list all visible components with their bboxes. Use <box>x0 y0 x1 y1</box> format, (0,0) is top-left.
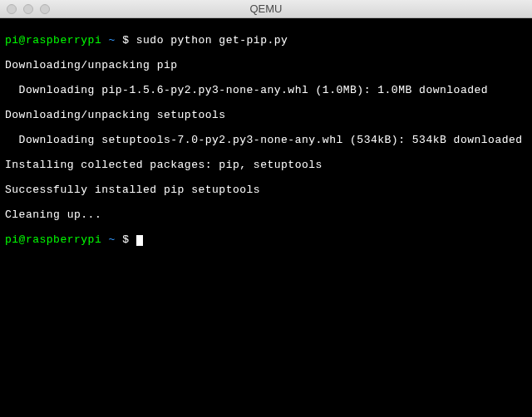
terminal-area[interactable]: pi@raspberrypi ~ $ sudo python get-pip.p… <box>0 18 532 417</box>
zoom-icon[interactable] <box>40 4 50 14</box>
prompt-user: pi@raspberrypi <box>5 34 101 47</box>
prompt-symbol: $ <box>122 233 136 246</box>
command-text: sudo python get-pip.py <box>136 34 288 47</box>
close-icon[interactable] <box>7 4 17 14</box>
minimize-icon[interactable] <box>23 4 33 14</box>
output-line: Downloading setuptools-7.0-py2.py3-none-… <box>5 134 527 146</box>
prompt-user: pi@raspberrypi <box>5 233 101 246</box>
prompt-symbol: $ <box>122 34 136 47</box>
prompt-line-2: pi@raspberrypi ~ $ <box>5 233 527 246</box>
prompt-line-1: pi@raspberrypi ~ $ sudo python get-pip.p… <box>5 34 527 47</box>
output-line: Installing collected packages: pip, setu… <box>5 159 527 171</box>
output-line: Downloading/unpacking setuptools <box>5 109 527 121</box>
output-line: Cleaning up... <box>5 208 527 221</box>
window-title: QEMU <box>0 2 532 15</box>
window-titlebar: QEMU <box>0 0 532 18</box>
prompt-path: ~ <box>101 233 122 246</box>
output-line: Downloading pip-1.5.6-py2.py3-none-any.w… <box>5 84 527 96</box>
cursor-icon <box>136 235 143 246</box>
prompt-path: ~ <box>101 34 122 47</box>
traffic-lights <box>0 4 50 14</box>
output-line: Successfully installed pip setuptools <box>5 184 527 196</box>
output-line: Downloading/unpacking pip <box>5 59 527 71</box>
